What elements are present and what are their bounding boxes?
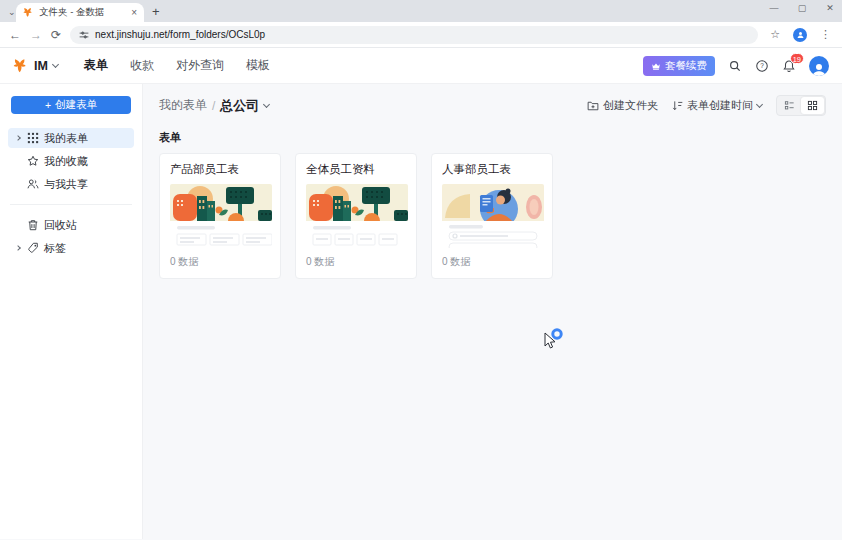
main-content: 我的表单 / 总公司 创建文件夹 表单创建时间: [143, 84, 842, 539]
svg-text:?: ?: [760, 62, 764, 69]
notifications-button[interactable]: 19: [782, 59, 796, 73]
breadcrumb-current-folder[interactable]: 总公司: [220, 97, 259, 115]
nav-item-forms[interactable]: 表单: [84, 57, 108, 74]
form-cover-person-illustration: [442, 184, 544, 248]
sidebar-item-favorites[interactable]: 我的收藏: [8, 151, 134, 171]
sidebar-item-label: 我的表单: [44, 131, 88, 146]
browser-menu-icon[interactable]: ⋮: [820, 28, 831, 41]
app-header: IM 表单 收款 对外查询 模板 套餐续费 ? 19: [0, 48, 842, 84]
browser-profile-icon[interactable]: [793, 28, 807, 42]
plan-renew-button[interactable]: 套餐续费: [643, 56, 715, 76]
tune-icon: [79, 30, 89, 40]
primary-nav: 表单 收款 对外查询 模板: [84, 57, 270, 74]
bookmark-star-icon[interactable]: ☆: [770, 28, 780, 41]
tab-title: 文件夹 - 金数据: [39, 6, 126, 19]
nav-item-payments[interactable]: 收款: [130, 57, 154, 74]
form-card-title[interactable]: 全体员工资料: [306, 162, 406, 177]
window-minimize-button[interactable]: —: [768, 3, 780, 13]
help-icon[interactable]: ?: [755, 59, 769, 73]
reload-icon[interactable]: ⟳: [51, 28, 61, 42]
grid-view-icon: [807, 100, 818, 111]
address-bar[interactable]: next.jinshuju.net/form_folders/OCsL0p: [70, 26, 758, 44]
create-folder-button[interactable]: 创建文件夹: [587, 98, 658, 113]
window-close-button[interactable]: ✕: [824, 3, 836, 13]
user-avatar[interactable]: [809, 56, 829, 76]
plus-icon: +: [45, 99, 51, 111]
chevron-down-icon: [756, 100, 763, 107]
form-card-grid: 产品部员工表: [159, 153, 826, 279]
trash-icon: [27, 219, 39, 231]
form-cover-city-illustration: [306, 184, 408, 248]
window-maximize-button[interactable]: ▢: [796, 3, 808, 13]
forward-icon[interactable]: →: [30, 28, 42, 42]
jinshuju-logo-icon: [13, 58, 29, 74]
breadcrumb-separator: /: [212, 99, 215, 113]
list-view-button[interactable]: [778, 97, 801, 114]
form-card-title[interactable]: 产品部员工表: [170, 162, 270, 177]
sidebar-item-shared-with-me[interactable]: 与我共享: [8, 174, 134, 194]
chevron-right-icon: [15, 245, 21, 251]
sidebar-item-tags[interactable]: 标签: [8, 238, 134, 258]
star-icon: [27, 155, 39, 167]
sort-icon: [672, 100, 683, 111]
tag-icon: [27, 242, 39, 254]
view-toggle: [776, 95, 826, 116]
url-text: next.jinshuju.net/form_folders/OCsL0p: [95, 29, 265, 40]
sidebar-divider: [10, 204, 132, 205]
new-tab-button[interactable]: +: [152, 4, 160, 19]
sort-selector[interactable]: 表单创建时间: [672, 98, 762, 113]
site-favicon: [23, 7, 34, 18]
chevron-down-icon: [52, 60, 59, 67]
sidebar-item-my-forms[interactable]: 我的表单: [8, 128, 134, 148]
form-cover-city-illustration: [170, 184, 272, 248]
sidebar-item-label: 与我共享: [44, 177, 88, 192]
crown-icon: [651, 61, 661, 71]
nav-item-external-query[interactable]: 对外查询: [176, 57, 224, 74]
browser-toolbar: ← → ⟳ next.jinshuju.net/form_folders/OCs…: [0, 22, 842, 48]
browser-tabstrip: ⌄ 文件夹 - 金数据 × + — ▢ ✕: [0, 0, 842, 22]
sidebar-item-trash[interactable]: 回收站: [8, 215, 134, 235]
list-view-icon: [784, 100, 795, 111]
tab-close-icon[interactable]: ×: [131, 8, 137, 18]
form-card[interactable]: 人事部员工表: [431, 153, 553, 279]
form-card[interactable]: 产品部员工表: [159, 153, 281, 279]
sidebar-item-label: 回收站: [44, 218, 77, 233]
chevron-down-icon[interactable]: [263, 100, 270, 107]
tab-search-icon[interactable]: ⌄: [8, 7, 16, 17]
search-icon[interactable]: [728, 59, 742, 73]
form-card-data-count: 0 数据: [306, 255, 406, 269]
grid-dots-icon: [27, 132, 39, 144]
form-card-title[interactable]: 人事部员工表: [442, 162, 542, 177]
back-icon[interactable]: ←: [9, 28, 21, 42]
grid-view-button[interactable]: [801, 97, 824, 114]
form-card[interactable]: 全体员工资料: [295, 153, 417, 279]
workspace-name: IM: [34, 59, 48, 73]
chevron-right-icon: [15, 135, 21, 141]
nav-item-templates[interactable]: 模板: [246, 57, 270, 74]
create-form-button[interactable]: + 创建表单: [11, 96, 131, 114]
breadcrumb-parent[interactable]: 我的表单: [159, 97, 207, 114]
people-icon: [27, 178, 39, 190]
form-card-data-count: 0 数据: [442, 255, 542, 269]
notification-badge: 19: [790, 53, 804, 64]
section-label: 表单: [159, 130, 826, 145]
breadcrumb: 我的表单 / 总公司: [159, 97, 269, 115]
sidebar-item-label: 标签: [44, 241, 66, 256]
form-card-data-count: 0 数据: [170, 255, 270, 269]
sidebar-item-label: 我的收藏: [44, 154, 88, 169]
browser-tab[interactable]: 文件夹 - 金数据 ×: [16, 3, 144, 22]
workspace-switcher[interactable]: IM: [13, 58, 58, 74]
folder-plus-icon: [587, 100, 599, 112]
sidebar: + 创建表单 我的表单 我的收藏 与我共享 回收站 标签: [0, 84, 143, 539]
